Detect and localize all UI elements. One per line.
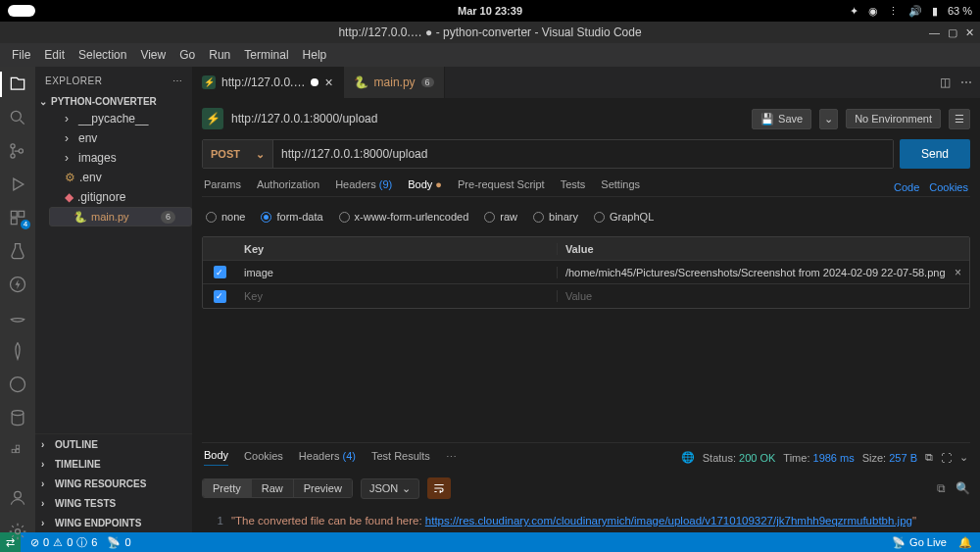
- thunder-icon[interactable]: [7, 275, 28, 294]
- battery-icon[interactable]: ▮: [932, 5, 938, 18]
- tree-folder[interactable]: ›env: [41, 128, 192, 148]
- resptab-tests[interactable]: Test Results: [371, 450, 430, 466]
- menu-go[interactable]: Go: [173, 46, 201, 64]
- chevron-icon[interactable]: ⌄: [959, 451, 968, 464]
- menu-help[interactable]: Help: [297, 46, 333, 64]
- reqtab-settings[interactable]: Settings: [601, 178, 640, 196]
- bodytype-formdata[interactable]: form-data: [261, 211, 322, 223]
- tree-file-mainpy[interactable]: 🐍main.py6: [49, 207, 192, 226]
- bodytype-binary[interactable]: binary: [533, 211, 578, 223]
- search-icon[interactable]: [7, 108, 28, 127]
- remove-value-icon[interactable]: ×: [955, 266, 961, 279]
- activities-pill[interactable]: [8, 5, 35, 17]
- volume-icon[interactable]: 🔊: [908, 5, 922, 18]
- explorer-more-icon[interactable]: ⋯: [172, 75, 183, 86]
- source-control-icon[interactable]: [7, 141, 28, 161]
- tab-thunder-request[interactable]: ⚡ http://127.0.0.… ×: [192, 67, 344, 98]
- tree-file[interactable]: ⚙.env: [41, 168, 192, 187]
- send-button[interactable]: Send: [900, 139, 970, 169]
- section-wing-resources[interactable]: ›WING RESOURCES: [35, 474, 192, 493]
- value-input[interactable]: /home/mich45/Pictures/Screenshots/Screen…: [558, 266, 969, 279]
- run-debug-icon[interactable]: [7, 175, 28, 194]
- wifi-icon[interactable]: ◉: [868, 5, 878, 18]
- section-timeline[interactable]: ›TIMELINE: [35, 454, 192, 474]
- bodytype-graphql[interactable]: GraphQL: [594, 211, 654, 223]
- menu-selection[interactable]: Selection: [73, 46, 132, 64]
- section-outline[interactable]: ›OUTLINE: [35, 434, 192, 454]
- mongodb-icon[interactable]: [7, 341, 28, 361]
- table-row[interactable]: ✓ image /home/mich45/Pictures/Screenshot…: [203, 261, 969, 284]
- menu-file[interactable]: File: [6, 46, 36, 64]
- tab-mainpy[interactable]: 🐍 main.py 6: [344, 67, 445, 98]
- cookies-link[interactable]: Cookies: [929, 181, 968, 193]
- menu-terminal[interactable]: Terminal: [238, 46, 294, 64]
- clock[interactable]: Mar 10 23:39: [458, 5, 522, 17]
- save-dropdown[interactable]: ⌄: [819, 109, 838, 129]
- menu-view[interactable]: View: [134, 46, 172, 64]
- key-input[interactable]: Key: [236, 290, 558, 302]
- code-link[interactable]: Code: [894, 181, 919, 193]
- view-preview[interactable]: Preview: [294, 479, 352, 497]
- wing-icon[interactable]: [7, 308, 28, 327]
- tree-folder[interactable]: ›images: [41, 148, 192, 168]
- project-header[interactable]: ⌄PYTHON-CONVERTER: [35, 94, 192, 109]
- close-button[interactable]: ✕: [965, 26, 974, 39]
- globe-icon[interactable]: 🌐: [681, 451, 695, 464]
- resptab-headers[interactable]: Headers (4): [299, 450, 356, 466]
- maximize-button[interactable]: ▢: [948, 26, 957, 39]
- golive-button[interactable]: 📡Go Live: [892, 536, 947, 549]
- copy-icon[interactable]: ⧉: [925, 451, 933, 464]
- url-input[interactable]: http://127.0.0.1:8000/upload: [273, 140, 893, 168]
- database-icon[interactable]: [7, 408, 28, 427]
- bodytype-raw[interactable]: raw: [484, 211, 517, 223]
- reqtab-tests[interactable]: Tests: [561, 178, 586, 196]
- tab-close-icon[interactable]: ×: [324, 75, 332, 90]
- tree-folder[interactable]: ›__pycache__: [41, 109, 192, 128]
- extensions-icon[interactable]: 4: [7, 208, 28, 227]
- reqtab-headers[interactable]: Headers (9): [335, 178, 392, 196]
- problems-button[interactable]: ⊘0⚠0ⓘ6: [30, 535, 97, 550]
- accounts-icon[interactable]: [7, 488, 28, 508]
- reqtab-prerequest[interactable]: Pre-request Script: [458, 178, 545, 196]
- bodytype-none[interactable]: none: [206, 211, 245, 223]
- response-url-link[interactable]: https://res.cloudinary.com/cloudinarymic…: [425, 515, 912, 527]
- resp-copy-icon[interactable]: ⧉: [937, 481, 946, 495]
- tree-file[interactable]: ◆.gitignore: [41, 187, 192, 207]
- environment-select[interactable]: No Environment: [846, 109, 941, 128]
- panel-toggle-icon[interactable]: ☰: [949, 109, 970, 129]
- bodytype-xwww[interactable]: x-www-form-urlencoded: [339, 211, 469, 223]
- view-raw[interactable]: Raw: [252, 479, 294, 497]
- reqtab-params[interactable]: Params: [204, 178, 241, 196]
- save-button[interactable]: 💾Save: [752, 109, 811, 129]
- value-input[interactable]: Value: [558, 290, 969, 302]
- menu-edit[interactable]: Edit: [38, 46, 71, 64]
- resp-search-icon[interactable]: 🔍: [956, 481, 970, 495]
- docker-icon[interactable]: [7, 441, 28, 461]
- ports-button[interactable]: 📡0: [107, 536, 130, 549]
- resptab-body[interactable]: Body: [204, 449, 228, 466]
- more-actions-icon[interactable]: ⋯: [960, 75, 972, 89]
- format-select[interactable]: JSON⌄: [361, 478, 419, 499]
- minimize-button[interactable]: —: [929, 26, 940, 39]
- bluetooth-icon[interactable]: ⋮: [888, 5, 899, 18]
- view-pretty[interactable]: Pretty: [203, 479, 252, 497]
- section-wing-endpoints[interactable]: ›WING ENDPOINTS: [35, 513, 192, 532]
- table-row[interactable]: ✓ Key Value: [203, 284, 969, 308]
- system-tray[interactable]: ✦ ◉ ⋮ 🔊 ▮ 63 %: [850, 5, 972, 18]
- row-checkbox[interactable]: ✓: [214, 290, 226, 303]
- accessibility-icon[interactable]: ✦: [850, 5, 858, 18]
- github-icon[interactable]: [7, 375, 28, 394]
- notifications-icon[interactable]: 🔔: [958, 536, 972, 549]
- expand-icon[interactable]: ⛶: [941, 452, 952, 464]
- method-select[interactable]: POST⌄: [203, 140, 273, 168]
- row-checkbox[interactable]: ✓: [214, 266, 226, 278]
- testing-icon[interactable]: [7, 241, 28, 261]
- menu-run[interactable]: Run: [203, 46, 236, 64]
- key-input[interactable]: image: [236, 267, 558, 278]
- reqtab-auth[interactable]: Authorization: [257, 178, 319, 196]
- response-body[interactable]: 1 "The converted file can be found here:…: [202, 511, 970, 527]
- explorer-icon[interactable]: [7, 75, 28, 94]
- split-editor-icon[interactable]: ◫: [940, 75, 951, 89]
- settings-gear-icon[interactable]: [7, 522, 28, 541]
- resptab-cookies[interactable]: Cookies: [244, 450, 283, 466]
